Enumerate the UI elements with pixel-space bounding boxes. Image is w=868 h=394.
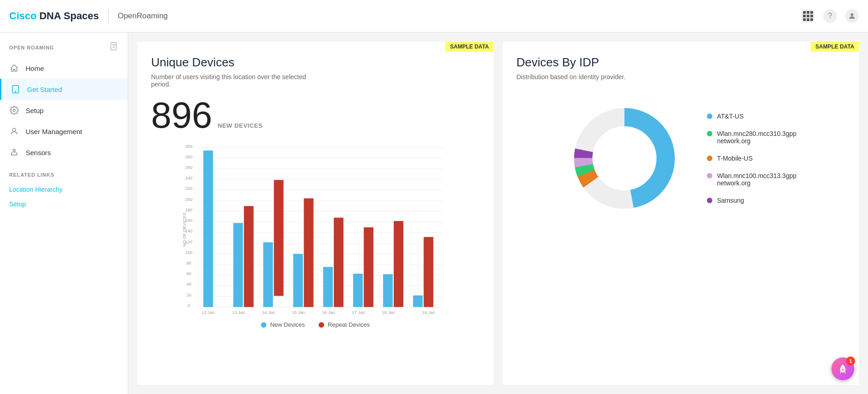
donut-legend-tmobile: T-Mobile-US xyxy=(707,155,797,162)
donut-legend-wlan100: Wlan.mnc100.mcc313.3gppnetwork.org xyxy=(707,172,797,187)
sidebar-item-home-label: Home xyxy=(26,65,44,72)
svg-text:0: 0 xyxy=(188,303,190,308)
svg-text:60: 60 xyxy=(186,271,191,276)
svg-rect-55 xyxy=(383,274,393,307)
donut-dot-att xyxy=(707,113,712,119)
svg-text:280: 280 xyxy=(185,154,193,159)
sidebar-item-get-started-label: Get Started xyxy=(27,86,62,93)
rocket-icon xyxy=(837,363,848,374)
legend-new-dot xyxy=(261,322,266,328)
svg-point-8 xyxy=(13,128,16,131)
apps-icon-button[interactable] xyxy=(801,9,815,23)
brand-cisco: Cisco xyxy=(9,10,37,22)
grid-icon xyxy=(803,11,813,21)
svg-text:40: 40 xyxy=(186,281,191,286)
brand-logo: Cisco DNA Spaces xyxy=(9,10,99,22)
svg-text:15 Jan: 15 Jan xyxy=(292,310,305,315)
devices-by-idp-title: Devices By IDP xyxy=(516,55,845,70)
sidebar-doc-icon xyxy=(109,42,119,53)
bar-chart-container: 0 20 40 60 80 100 120 140 160 180 200 22… xyxy=(151,143,480,317)
help-icon-button[interactable]: ? xyxy=(823,9,837,23)
legend-repeat-devices: Repeat Devices xyxy=(319,321,370,328)
related-link-location-hierarchy[interactable]: Location Hierarchy xyxy=(0,182,128,197)
donut-label-wlan280: Wlan.mnc280.mcc310.3gppnetwork.org xyxy=(717,130,797,145)
svg-rect-58 xyxy=(423,237,433,307)
svg-point-74 xyxy=(593,127,656,189)
svg-text:180: 180 xyxy=(185,207,193,212)
sidebar: OPEN ROAMING Home Get Started Setup User… xyxy=(0,32,128,394)
svg-point-0 xyxy=(851,13,853,16)
notification-bubble[interactable]: 1 xyxy=(831,357,854,380)
svg-text:13 Jan: 13 Jan xyxy=(232,310,245,315)
big-number-label: NEW DEVICES xyxy=(217,122,262,129)
sidebar-item-get-started[interactable]: Get Started xyxy=(0,79,128,100)
svg-text:NO OF DEVICES: NO OF DEVICES xyxy=(182,213,187,247)
donut-label-att: AT&T-US xyxy=(717,113,743,120)
svg-point-75 xyxy=(842,369,844,371)
svg-rect-50 xyxy=(304,198,314,307)
legend-new-devices: New Devices xyxy=(261,321,305,328)
svg-rect-52 xyxy=(334,218,343,307)
svg-text:20: 20 xyxy=(186,292,191,297)
sidebar-item-user-management[interactable]: User Management xyxy=(0,121,128,142)
legend-repeat-label: Repeat Devices xyxy=(328,321,370,328)
donut-dot-wlan280 xyxy=(707,131,712,136)
main-content: SAMPLE DATA Unique Devices Number of use… xyxy=(128,32,868,394)
related-links-section: RELATED LINKS Location Hierarchy Setup xyxy=(0,163,128,211)
svg-rect-48 xyxy=(274,180,283,296)
donut-legend: AT&T-US Wlan.mnc280.mcc310.3gppnetwork.o… xyxy=(707,113,797,204)
svg-text:260: 260 xyxy=(185,165,193,170)
sidebar-item-user-management-label: User Management xyxy=(26,128,82,135)
unique-devices-card: SAMPLE DATA Unique Devices Number of use… xyxy=(137,42,494,385)
big-number-value: 896 xyxy=(151,97,212,134)
svg-rect-47 xyxy=(263,242,273,307)
svg-rect-51 xyxy=(323,267,333,307)
notification-count: 1 xyxy=(846,356,855,366)
unique-devices-sample-badge: SAMPLE DATA xyxy=(445,42,494,52)
user-icon-button[interactable] xyxy=(845,9,859,23)
donut-dot-samsung xyxy=(707,198,712,203)
svg-text:19 Jan: 19 Jan xyxy=(422,310,435,315)
top-nav-right: ? xyxy=(801,9,859,23)
nav-divider xyxy=(108,9,108,23)
svg-text:17 Jan: 17 Jan xyxy=(352,310,365,315)
svg-rect-54 xyxy=(364,227,374,307)
svg-rect-53 xyxy=(353,274,363,307)
related-link-setup[interactable]: Setup xyxy=(0,197,128,211)
sidebar-item-setup[interactable]: Setup xyxy=(0,100,128,121)
gear-icon xyxy=(9,105,19,115)
svg-text:240: 240 xyxy=(185,175,193,180)
svg-rect-44 xyxy=(203,151,213,307)
svg-text:12 Jan: 12 Jan xyxy=(201,310,215,315)
sidebar-item-sensors[interactable]: Sensors xyxy=(0,142,128,163)
svg-rect-57 xyxy=(413,296,423,307)
svg-point-7 xyxy=(13,109,16,112)
chart-legend: New Devices Repeat Devices xyxy=(151,321,480,328)
sensors-icon xyxy=(9,147,19,157)
legend-repeat-dot xyxy=(319,322,324,328)
donut-label-tmobile: T-Mobile-US xyxy=(717,155,753,162)
tablet-icon xyxy=(11,84,21,94)
svg-rect-46 xyxy=(244,206,254,307)
svg-text:300: 300 xyxy=(185,144,193,149)
legend-new-label: New Devices xyxy=(270,321,305,328)
user-management-icon xyxy=(9,126,19,136)
unique-devices-title: Unique Devices xyxy=(151,55,480,70)
bar-chart-svg: 0 20 40 60 80 100 120 140 160 180 200 22… xyxy=(151,143,480,317)
svg-text:100: 100 xyxy=(185,250,193,255)
big-number-container: 896 NEW DEVICES xyxy=(151,97,480,134)
devices-by-idp-card: SAMPLE DATA Devices By IDP Distribution … xyxy=(503,42,859,385)
top-nav: Cisco DNA Spaces OpenRoaming ? xyxy=(0,0,868,32)
sidebar-item-sensors-label: Sensors xyxy=(26,149,51,157)
brand-rest: DNA Spaces xyxy=(39,10,99,22)
related-links-label: RELATED LINKS xyxy=(0,172,128,182)
sidebar-item-home[interactable]: Home xyxy=(0,58,128,79)
donut-chart-svg xyxy=(565,99,684,218)
donut-dot-wlan100 xyxy=(707,173,712,178)
svg-rect-49 xyxy=(293,254,303,307)
donut-dot-tmobile xyxy=(707,156,712,161)
donut-label-wlan100: Wlan.mnc100.mcc313.3gppnetwork.org xyxy=(717,172,797,187)
devices-by-idp-subtitle: Distribution based on Identity provider. xyxy=(516,73,690,81)
sidebar-section-label: OPEN ROAMING xyxy=(0,42,128,58)
donut-legend-samsung: Samsung xyxy=(707,197,797,204)
